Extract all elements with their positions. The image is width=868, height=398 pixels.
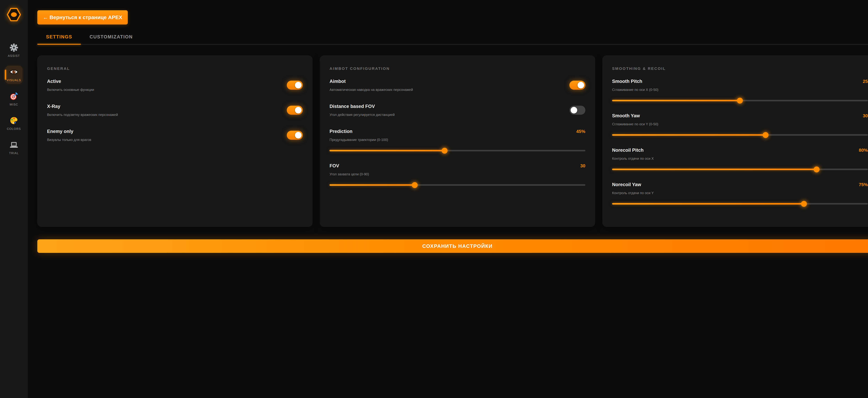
slider-knob[interactable]: [814, 167, 819, 172]
toggle-knob: [295, 132, 302, 139]
setting-title: Smooth Yaw: [612, 113, 640, 118]
aimbot-toggle[interactable]: [569, 81, 585, 90]
sidebar-item-trial[interactable]: TRIAL: [5, 139, 23, 157]
setting-row-smooth-yaw: Smooth Yaw 30 Сглаживание по оси Y (0-50…: [612, 113, 868, 138]
setting-subtitle: Угол захвата цели (0-90): [330, 172, 585, 176]
eye-icon: [9, 67, 19, 77]
sidebar-item-label: TRIAL: [9, 151, 19, 155]
toggle-knob: [578, 82, 584, 88]
setting-subtitle: Предугадывание траектории (0-100): [330, 138, 585, 142]
setting-title: Distance based FOV: [330, 104, 395, 109]
sidebar-item-label: VISUALS: [7, 79, 21, 82]
sidebar-nav: ASSIST VISUALS: [5, 41, 23, 163]
slider-fill: [612, 169, 817, 170]
panel-title: SMOOTHING & RECOIL: [612, 66, 868, 71]
setting-row-prediction: Prediction 45% Предугадывание траектории…: [330, 129, 585, 154]
xray-toggle[interactable]: [287, 106, 303, 115]
norecoil-yaw-slider[interactable]: [612, 201, 868, 207]
slider-knob[interactable]: [442, 148, 447, 154]
slider-knob[interactable]: [801, 201, 807, 207]
setting-row-aimbot: Aimbot Автоматическая наводка на вражеск…: [330, 79, 585, 92]
setting-row-fov: FOV 30 Угол захвата цели (0-90): [330, 163, 585, 188]
setting-value: 25: [863, 79, 868, 84]
active-indicator-bar: [5, 70, 6, 80]
setting-row-distance-fov: Distance based FOV Угол действия регулир…: [330, 104, 585, 117]
slider-fill: [612, 100, 740, 101]
setting-title: Active: [47, 79, 94, 84]
toggle-knob: [295, 107, 302, 113]
sidebar-item-colors[interactable]: COLORS: [5, 114, 23, 133]
tab-customization[interactable]: CUSTOMIZATION: [81, 32, 142, 44]
setting-subtitle: Визуалы только для врагов: [47, 138, 91, 142]
setting-row-smooth-pitch: Smooth Pitch 25 Сглаживание по оси X (0-…: [612, 79, 868, 104]
panel-title: AIMBOT CONFIGURATION: [330, 66, 585, 71]
setting-row-norecoil-pitch: Norecoil Pitch 80% Контроль отдачи по ос…: [612, 147, 868, 172]
setting-value: 45%: [576, 129, 585, 134]
sidebar-item-label: MISC: [10, 103, 18, 106]
setting-title: Smooth Pitch: [612, 79, 642, 84]
slider-fill: [612, 203, 804, 204]
sidebar-item-visuals[interactable]: VISUALS: [5, 66, 23, 84]
norecoil-pitch-slider[interactable]: [612, 166, 868, 172]
setting-title: Prediction: [330, 129, 352, 134]
setting-title: Aimbot: [330, 79, 413, 84]
palette-icon: [9, 116, 19, 125]
setting-subtitle: Включить основные функции: [47, 88, 94, 92]
target-icon: [9, 92, 19, 101]
slider-fill: [612, 134, 766, 136]
panel-smoothing-recoil: SMOOTHING & RECOIL Smooth Pitch 25 Сглаж…: [602, 55, 868, 227]
app-logo-hexagon-icon[interactable]: [6, 7, 22, 23]
settings-grid: GENERAL Active Включить основные функции…: [37, 55, 868, 227]
main-content: ← Вернуться к странице APEX SETTINGS CUS…: [28, 0, 868, 253]
slider-knob[interactable]: [737, 98, 743, 104]
setting-title: X-Ray: [47, 104, 118, 109]
setting-row-xray: X-Ray Включить подсветку вражеских персо…: [47, 104, 303, 117]
slider-knob[interactable]: [763, 132, 769, 138]
setting-title: FOV: [330, 163, 339, 169]
toggle-knob: [295, 82, 302, 88]
prediction-slider[interactable]: [330, 147, 585, 154]
panel-general: GENERAL Active Включить основные функции…: [37, 55, 312, 227]
fov-slider[interactable]: [330, 182, 585, 188]
sidebar-item-label: ASSIST: [8, 54, 20, 58]
panel-title: GENERAL: [47, 66, 303, 71]
setting-value: 80%: [859, 147, 868, 153]
page: ASSIST VISUALS: [0, 0, 868, 398]
tab-settings[interactable]: SETTINGS: [37, 32, 81, 44]
setting-value: 75%: [859, 182, 868, 187]
setting-title: Enemy only: [47, 129, 91, 134]
setting-row-norecoil-yaw: Norecoil Yaw 75% Контроль отдачи по оси …: [612, 182, 868, 207]
enemy-only-toggle[interactable]: [287, 131, 303, 140]
setting-subtitle: Автоматическая наводка на вражеских перс…: [330, 88, 413, 92]
laptop-icon: [9, 140, 19, 149]
setting-subtitle: Сглаживание по оси Y (0-50): [612, 122, 868, 126]
setting-row-enemy-only: Enemy only Визуалы только для врагов: [47, 129, 303, 142]
distance-fov-toggle[interactable]: [569, 106, 585, 115]
sidebar-item-assist[interactable]: ASSIST: [5, 41, 23, 59]
tab-bar: SETTINGS CUSTOMIZATION: [37, 32, 868, 45]
setting-subtitle: Угол действия регулируется дистанцией: [330, 113, 395, 117]
setting-subtitle: Сглаживание по оси X (0-50): [612, 88, 868, 92]
smooth-yaw-slider[interactable]: [612, 132, 868, 138]
slider-knob[interactable]: [412, 182, 418, 188]
gear-icon: [9, 43, 19, 52]
toggle-knob: [570, 107, 577, 113]
setting-subtitle: Контроль отдачи по оси Y: [612, 191, 868, 195]
sidebar: ASSIST VISUALS: [0, 0, 28, 398]
save-settings-button[interactable]: СОХРАНИТЬ НАСТРОЙКИ: [37, 239, 868, 253]
setting-title: Norecoil Yaw: [612, 182, 641, 187]
setting-value: 30: [580, 163, 585, 169]
smooth-pitch-slider[interactable]: [612, 97, 868, 104]
setting-subtitle: Включить подсветку вражеских персонажей: [47, 113, 118, 117]
active-toggle[interactable]: [287, 81, 303, 90]
panel-aimbot: AIMBOT CONFIGURATION Aimbot Автоматическ…: [320, 55, 595, 227]
back-to-apex-button[interactable]: ← Вернуться к странице APEX: [37, 10, 128, 25]
sidebar-item-label: COLORS: [7, 127, 21, 131]
setting-title: Norecoil Pitch: [612, 147, 644, 153]
setting-subtitle: Контроль отдачи по оси X: [612, 157, 868, 161]
slider-fill: [330, 150, 444, 151]
sidebar-item-misc[interactable]: MISC: [5, 90, 23, 108]
setting-row-active: Active Включить основные функции: [47, 79, 303, 92]
slider-fill: [330, 184, 415, 186]
setting-value: 30: [863, 113, 868, 118]
